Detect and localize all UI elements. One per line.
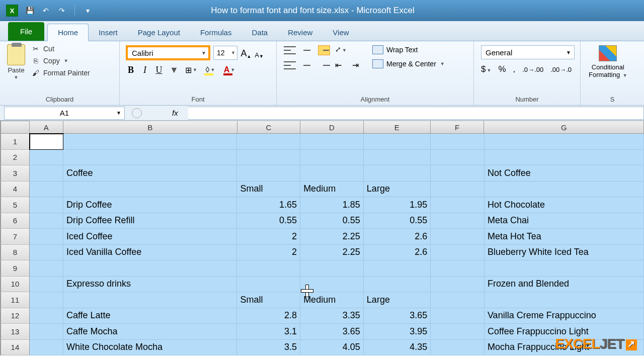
decrease-decimal-button[interactable]: .00→.0 (550, 66, 572, 73)
cell-A14[interactable] (30, 340, 63, 356)
col-header-c[interactable]: C (237, 121, 301, 134)
cell-C1[interactable] (237, 134, 300, 150)
cell-D8[interactable]: 2.25 (300, 245, 364, 261)
comma-button[interactable]: , (513, 64, 516, 74)
cell-B7[interactable]: Iced Coffee (63, 229, 237, 245)
cell-E4[interactable]: Large (364, 182, 431, 198)
cell-B5[interactable]: Drip Coffee (63, 197, 237, 213)
fx-icon[interactable]: fx (172, 109, 184, 117)
paste-button[interactable]: Paste ▼ (3, 43, 29, 81)
conditional-formatting-button[interactable]: Conditional Formatting ▼ (584, 43, 632, 80)
cell-D11[interactable]: Medium (300, 292, 364, 308)
align-top-button[interactable] (284, 45, 296, 55)
cell-F10[interactable] (431, 277, 485, 293)
chevron-down-icon[interactable]: ▼ (231, 50, 235, 55)
cell-G5[interactable]: Hot Chocolate (485, 197, 644, 213)
cell-C12[interactable]: 2.8 (237, 308, 300, 324)
cell-F13[interactable] (431, 324, 485, 340)
cell-B2[interactable] (63, 150, 237, 166)
cell-A9[interactable] (30, 260, 63, 277)
cell-F6[interactable] (431, 213, 485, 229)
cell-A3[interactable] (30, 165, 63, 182)
cell-D4[interactable]: Medium (300, 182, 364, 198)
cell-F2[interactable] (431, 150, 485, 166)
row-header[interactable]: 6 (0, 213, 30, 229)
cell-A13[interactable] (30, 324, 63, 340)
cell-F11[interactable] (431, 292, 485, 308)
cell-C13[interactable]: 3.1 (237, 324, 300, 340)
col-header-g[interactable]: G (484, 121, 644, 134)
cell-B12[interactable]: Caffe Latte (63, 308, 237, 324)
cell-D1[interactable] (300, 134, 364, 150)
col-header-a[interactable]: A (30, 121, 63, 134)
cell-C6[interactable]: 0.55 (237, 213, 300, 229)
cell-C3[interactable] (237, 165, 300, 182)
wrap-text-button[interactable]: Wrap Text (372, 45, 445, 54)
save-icon[interactable]: 💾 (25, 6, 34, 15)
tab-insert[interactable]: Insert (89, 24, 128, 41)
cell-B9[interactable] (63, 260, 237, 277)
cell-A4[interactable] (30, 182, 63, 198)
cell-A6[interactable] (30, 213, 63, 229)
underline-button[interactable]: U (154, 65, 164, 75)
merge-center-button[interactable]: Merge & Center▼ (372, 59, 445, 68)
cell-B3[interactable]: Coffee (63, 165, 237, 182)
cell-D10[interactable] (300, 277, 364, 293)
fill-color-button[interactable]: ◊▼ (203, 64, 217, 75)
align-left-button[interactable] (284, 60, 296, 70)
cell-D9[interactable] (300, 260, 364, 277)
redo-icon[interactable]: ↷ (57, 6, 66, 15)
font-name-input[interactable]: Calibri▼ (126, 45, 210, 60)
cell-D3[interactable] (300, 165, 364, 182)
cell-F9[interactable] (431, 260, 485, 277)
name-box[interactable]: A1▼ (4, 107, 125, 120)
cell-F5[interactable] (431, 197, 485, 213)
shrink-font-button[interactable]: A▼ (254, 47, 265, 59)
formula-input[interactable] (188, 107, 644, 120)
qat-customize-icon[interactable]: ▾ (83, 6, 92, 15)
row-header[interactable]: 3 (0, 165, 30, 182)
cell-E10[interactable] (364, 277, 431, 293)
cell-A8[interactable] (30, 245, 63, 261)
cell-B11[interactable] (63, 292, 237, 308)
align-center-button[interactable] (301, 60, 313, 70)
cell-F4[interactable] (431, 182, 485, 198)
cell-E14[interactable]: 4.35 (364, 340, 431, 356)
cell-E7[interactable]: 2.6 (364, 229, 431, 245)
worksheet-grid[interactable]: A B C D E F G 123CoffeeNot Coffee4SmallM… (0, 121, 644, 355)
row-header[interactable]: 1 (0, 134, 30, 150)
increase-decimal-button[interactable]: .0→.00 (522, 66, 543, 73)
undo-icon[interactable]: ↶ (41, 6, 50, 15)
decrease-indent-button[interactable]: ⇤ (335, 60, 347, 70)
cell-B13[interactable]: Caffe Mocha (63, 324, 237, 340)
cell-C2[interactable] (237, 150, 300, 166)
cell-D6[interactable]: 0.55 (300, 213, 364, 229)
font-color-button[interactable]: A▼ (222, 64, 236, 75)
row-header[interactable]: 2 (0, 150, 30, 166)
cell-C5[interactable]: 1.65 (237, 197, 300, 213)
cell-G1[interactable] (485, 134, 644, 150)
cell-D2[interactable] (300, 150, 364, 166)
tab-home[interactable]: Home (47, 24, 89, 41)
align-bottom-button[interactable] (318, 45, 330, 55)
cell-D14[interactable]: 4.05 (300, 340, 364, 356)
cell-G12[interactable]: Vanilla Creme Frappuccino (485, 308, 644, 324)
cell-C4[interactable]: Small (237, 182, 300, 198)
row-header[interactable]: 12 (0, 308, 30, 324)
cell-E5[interactable]: 1.95 (364, 197, 431, 213)
cell-E8[interactable]: 2.6 (364, 245, 431, 261)
row-header[interactable]: 4 (0, 182, 30, 198)
cell-E2[interactable] (364, 150, 431, 166)
cell-E1[interactable] (364, 134, 431, 150)
cell-A10[interactable] (30, 277, 63, 293)
currency-button[interactable]: $▼ (481, 64, 491, 74)
cell-A2[interactable] (30, 150, 63, 166)
cell-G9[interactable] (485, 260, 644, 277)
cell-C11[interactable]: Small (237, 292, 300, 308)
bold-button[interactable]: B (126, 65, 136, 75)
chevron-down-icon[interactable]: ▼ (201, 50, 206, 56)
cell-F12[interactable] (431, 308, 485, 324)
cell-B1[interactable] (63, 134, 237, 150)
cell-G6[interactable]: Meta Chai (485, 213, 644, 229)
cell-G8[interactable]: Blueberry White Iced Tea (485, 245, 644, 261)
